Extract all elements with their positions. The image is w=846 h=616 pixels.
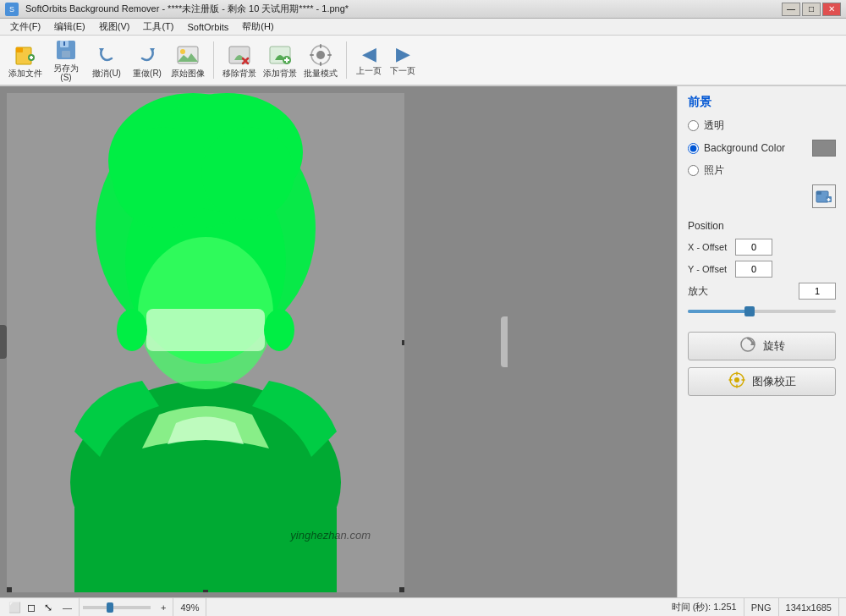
undo-icon (95, 43, 118, 67)
slider-fill (688, 310, 747, 313)
add-bg-button[interactable]: 添加背景 (261, 39, 299, 81)
redo-icon (135, 43, 159, 67)
position-title: Position (688, 220, 836, 232)
svg-rect-35 (146, 309, 265, 351)
bg-color-label: Background Color (704, 142, 807, 154)
prev-page-button[interactable]: ◀ 上一页 (354, 39, 384, 81)
resize-handle-bottom-right[interactable] (399, 587, 404, 592)
time-info: 时间 (秒): 1.251 (665, 598, 744, 616)
status-icon-1: ⬜ (7, 600, 22, 615)
svg-point-37 (264, 309, 294, 351)
zoom-percent: 49% (173, 598, 206, 616)
save-as-button[interactable]: 另存为(S) (47, 39, 85, 81)
zoom-slider-thumb[interactable] (107, 602, 113, 613)
file-picker-button[interactable] (812, 184, 836, 208)
zoom-input[interactable] (799, 283, 836, 300)
window-controls: — □ ✕ (782, 3, 841, 16)
add-file-button[interactable]: 添加文件 (7, 39, 44, 81)
right-panel: 前景 透明 Background Color 照片 Position (677, 86, 846, 597)
bg-color-option[interactable]: Background Color (688, 140, 836, 157)
rotate-button[interactable]: 旋转 (688, 332, 836, 360)
svg-point-32 (201, 127, 294, 220)
photo-radio[interactable] (688, 165, 699, 176)
svg-point-47 (734, 377, 739, 382)
correction-icon (728, 371, 745, 392)
minimize-button[interactable]: — (782, 3, 800, 16)
svg-rect-38 (74, 508, 337, 592)
statusbar: ⬜ ◻ ⤡ — + 49% 时间 (秒): 1.251 PNG 1341x168… (0, 597, 846, 616)
menu-softorbits[interactable]: SoftOrbits (180, 20, 235, 34)
save-as-icon (54, 38, 78, 62)
transparent-radio[interactable] (688, 120, 699, 131)
batch-mode-icon (309, 43, 332, 67)
canvas-area[interactable]: yinghezhan.com (0, 86, 677, 597)
resize-handle-bottom-mid[interactable] (203, 590, 208, 592)
menu-edit[interactable]: 编辑(E) (47, 19, 92, 35)
x-offset-label: X - Offset (688, 242, 730, 252)
toolbar: 添加文件 另存为(S) 撤消(U) 重做(R) 原始图像 移除背景 添 (0, 36, 846, 86)
original-image-label: 原始图像 (171, 69, 205, 78)
y-offset-label: Y - Offset (688, 264, 730, 274)
svg-rect-7 (62, 51, 70, 58)
remove-bg-label: 移除背景 (222, 69, 256, 78)
transparent-option[interactable]: 透明 (688, 118, 836, 133)
remove-bg-icon (228, 43, 251, 67)
bg-color-radio[interactable] (688, 143, 699, 154)
prev-label: 上一页 (356, 65, 382, 77)
next-label: 下一页 (390, 65, 415, 77)
svg-point-21 (316, 51, 325, 59)
next-page-button[interactable]: ▶ 下一页 (387, 39, 418, 81)
format-info: PNG (744, 598, 779, 616)
add-file-label: 添加文件 (8, 69, 42, 78)
zoom-label: 放大 (688, 284, 794, 299)
toolbar-separator-2 (346, 41, 347, 79)
zoom-slider[interactable] (688, 305, 836, 318)
resize-handle-right-mid[interactable] (402, 340, 404, 345)
resize-handle-bottom-left[interactable] (7, 587, 12, 592)
svg-point-31 (113, 127, 214, 228)
remove-bg-button[interactable]: 移除背景 (221, 39, 258, 81)
svg-marker-10 (150, 48, 155, 52)
add-bg-icon (268, 43, 292, 67)
scroll-indicator (501, 316, 508, 367)
image-correction-button[interactable]: 图像校正 (688, 367, 836, 396)
svg-rect-40 (816, 191, 821, 195)
color-swatch[interactable] (812, 140, 836, 157)
photo-option[interactable]: 照片 (688, 163, 836, 178)
transparent-label: 透明 (704, 118, 836, 133)
prev-arrow-icon: ◀ (362, 43, 376, 65)
save-as-label: 另存为(S) (48, 63, 84, 82)
undo-button[interactable]: 撤消(U) (88, 39, 125, 81)
y-offset-input[interactable] (735, 261, 772, 278)
menu-view[interactable]: 视图(V) (92, 19, 137, 35)
status-icon-2: ◻ (24, 600, 39, 615)
minus-zoom[interactable]: — (56, 598, 80, 616)
svg-point-36 (117, 309, 147, 351)
menu-help[interactable]: 帮助(H) (235, 19, 280, 35)
app-icon: S (5, 3, 19, 16)
maximize-button[interactable]: □ (802, 3, 821, 16)
batch-mode-button[interactable]: 批量模式 (302, 39, 339, 81)
toolbar-separator (213, 41, 214, 79)
watermark-text: yinghezhan.com (290, 529, 371, 542)
foreground-title: 前景 (688, 95, 836, 110)
main-area: yinghezhan.com 前景 透明 Background Color 照片 (0, 86, 846, 597)
close-button[interactable]: ✕ (822, 3, 841, 16)
status-icons: ⬜ ◻ ⤡ (7, 600, 56, 615)
titlebar: S SoftOrbits Background Remover - ****未注… (0, 0, 846, 19)
status-icon-3: ⤡ (41, 600, 56, 615)
x-offset-input[interactable] (735, 239, 772, 256)
redo-button[interactable]: 重做(R) (129, 39, 166, 81)
add-bg-label: 添加背景 (263, 69, 297, 78)
rotate-label: 旋转 (763, 338, 785, 354)
y-offset-row: Y - Offset (688, 261, 836, 278)
menu-file[interactable]: 文件(F) (3, 19, 47, 35)
redo-label: 重做(R) (133, 69, 162, 78)
plus-zoom[interactable]: + (154, 598, 173, 616)
undo-label: 撤消(U) (92, 69, 121, 78)
original-image-button[interactable]: 原始图像 (169, 39, 206, 81)
add-file-icon (14, 43, 37, 67)
menu-tools[interactable]: 工具(T) (136, 19, 180, 35)
batch-mode-label: 批量模式 (304, 69, 338, 78)
slider-thumb[interactable] (744, 306, 755, 316)
